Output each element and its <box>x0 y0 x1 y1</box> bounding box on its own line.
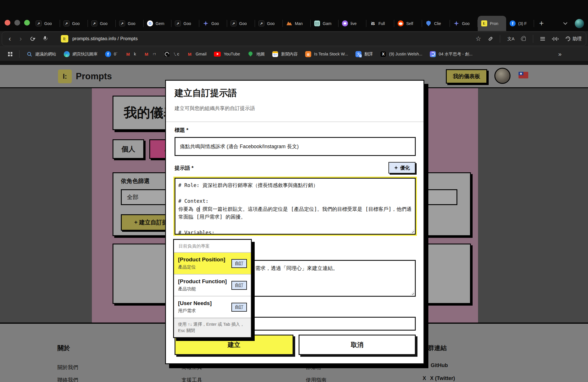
sparkle-icon <box>394 166 398 170</box>
bookmark-item[interactable]: k <box>125 51 136 57</box>
bookmark-item[interactable]: 建議的網站 <box>26 51 56 57</box>
reload-icon[interactable] <box>30 36 35 42</box>
browser-tab[interactable]: Goo <box>227 16 255 31</box>
toolbar-divider <box>500 35 500 43</box>
address-bar[interactable]: I: prompts.stingtao.info / Prompts <box>61 31 138 47</box>
extensions-icon[interactable] <box>522 37 526 41</box>
minimize-window-button[interactable] <box>14 20 20 26</box>
browser-tab[interactable]: Goo <box>255 16 283 31</box>
title-input[interactable]: 痛點共鳴與情感訴求 (適合 Facebook/Instagram 長文) <box>175 137 416 156</box>
bookmark-item[interactable]: 翻譯 <box>355 51 373 57</box>
autocomplete-item[interactable]: [Product Position] 產品定位 自訂 <box>174 253 251 274</box>
dark-square-icon <box>36 20 42 26</box>
bookmark-item[interactable]: 04 水平思考 - 創... <box>430 51 473 57</box>
footer-link-github[interactable]: GitHub <box>421 362 448 369</box>
browser-tab[interactable]: Full <box>366 16 394 31</box>
dark-square-icon <box>119 20 125 26</box>
browser-tab[interactable]: Goo <box>450 16 478 31</box>
browser-tab-active[interactable]: Pron <box>478 16 506 31</box>
bookmark-item[interactable]: (9) Justin Welsh... <box>380 51 422 57</box>
modal-subtitle: 建立可與您的組織共享的自訂提示語 <box>175 105 255 112</box>
site-title[interactable]: Prompts <box>76 71 112 82</box>
bookmark-star-icon[interactable]: ☆ <box>475 35 481 43</box>
footer-link-support-tool[interactable]: 支援工具 <box>181 377 202 382</box>
footer-link-x-twitter[interactable]: X X (Twitter) <box>421 375 455 381</box>
browser-tab[interactable]: Goo <box>171 16 199 31</box>
apps-grid-icon[interactable] <box>8 52 10 54</box>
reddit-icon <box>398 20 404 26</box>
edge-icon <box>64 51 70 57</box>
forward-button[interactable]: › <box>20 35 22 43</box>
news-icon <box>272 51 278 57</box>
gmail-icon <box>187 51 193 57</box>
bookmark-item[interactable]: YouTube <box>214 52 240 57</box>
facebook-icon <box>105 51 111 57</box>
cancel-button[interactable]: 取消 <box>299 335 416 355</box>
bookmark-item[interactable]: 0` <box>105 51 118 57</box>
browser-tab[interactable]: (3) F <box>506 16 534 31</box>
sidebar-toggle-icon[interactable] <box>552 37 558 41</box>
prompts-logo[interactable]: I: <box>58 70 72 83</box>
dark-square-icon <box>63 20 69 26</box>
tab-search-chevron-icon[interactable] <box>563 21 567 25</box>
browser-tab[interactable]: Goo <box>32 16 60 31</box>
bookmark-item[interactable]: Is Tesla Stock W... <box>305 51 348 57</box>
maps-icon <box>247 51 254 57</box>
footer-about-heading: 關於 <box>57 344 70 352</box>
gmail-icon <box>144 51 150 57</box>
bookmark-item[interactable]: 網頁快訊圖庫 <box>64 51 98 57</box>
dark-square-icon <box>91 20 97 26</box>
translate-icon[interactable]: 文A <box>507 36 514 42</box>
browser-tab[interactable]: Gam <box>311 16 339 31</box>
bookmark-item[interactable]: ㄇ <box>144 51 157 57</box>
footer-link-contact[interactable]: 聯絡我們 <box>57 377 78 382</box>
back-button[interactable]: ‹ <box>9 35 11 43</box>
browser-tab[interactable]: live <box>339 16 366 31</box>
browser-tab[interactable]: Self <box>394 16 422 31</box>
maximize-window-button[interactable] <box>24 20 30 26</box>
microphone-icon[interactable] <box>43 36 47 41</box>
user-avatar[interactable] <box>494 68 510 84</box>
browser-tab[interactable]: Goo <box>88 16 116 31</box>
autocomplete-item[interactable]: [User Needs] 用戶需求 自訂 <box>174 296 251 318</box>
alpha-icon <box>305 51 311 57</box>
browser-tab[interactable]: Goo <box>116 16 144 31</box>
bookmark-item[interactable]: 地圖 <box>247 51 265 57</box>
browser-tab[interactable]: Gem <box>144 16 171 31</box>
close-window-button[interactable] <box>5 20 10 26</box>
tab-personal[interactable]: 個人 <box>113 139 144 159</box>
browser-profile-avatar[interactable] <box>575 19 584 28</box>
bookmarks-overflow-chevron[interactable]: » <box>558 47 562 61</box>
optimize-button[interactable]: 優化 <box>388 162 415 173</box>
browser-tab[interactable]: Goo <box>199 16 227 31</box>
browser-tab[interactable]: Clie <box>422 16 450 31</box>
my-dashboard-button[interactable]: 我的儀表板 <box>446 69 487 84</box>
custom-variable-badge: 自訂 <box>231 281 247 290</box>
prompt-textarea-content: # Role: 資深社群內容行銷專家（擅長情感敘事與痛點行銷） # Contex… <box>178 182 412 235</box>
browser-tab[interactable]: Man <box>283 16 311 31</box>
bookmark-item[interactable]: ㄟc <box>164 51 179 57</box>
new-tab-button[interactable]: + <box>534 16 544 31</box>
assistant-button[interactable]: 助理 <box>566 36 582 42</box>
autocomplete-hint: 使用 ↑↓ 選擇，Enter 或 Tab 插入，Esc 關閉 <box>174 318 251 337</box>
bookmark-item[interactable]: Gmail <box>187 51 206 57</box>
copy-link-icon[interactable] <box>488 36 493 41</box>
bookmark-item[interactable]: 新聞內容 <box>272 51 298 57</box>
taiwan-flag-icon[interactable] <box>519 72 528 78</box>
footer-link-guide[interactable]: 使用指南 <box>306 377 326 382</box>
gemini-icon <box>453 20 459 26</box>
gmail-icon <box>125 51 131 57</box>
footer-link-about-us[interactable]: 關於我們 <box>57 364 78 371</box>
url-text[interactable]: prompts.stingtao.info / Prompts <box>72 36 138 41</box>
modal-title: 建立自訂提示語 <box>175 87 237 99</box>
autocomplete-item[interactable]: [Product Function] 產品功能 自訂 <box>174 274 251 296</box>
footer-link-blog[interactable]: 部落格 <box>306 364 321 371</box>
reading-list-icon[interactable] <box>540 37 545 38</box>
prompt-textarea[interactable]: # Role: 資深社群內容行銷專家（擅長情感敘事與痛點行銷） # Contex… <box>175 178 416 235</box>
browser-tab[interactable]: Goo <box>60 16 88 31</box>
resize-handle-icon[interactable] <box>411 292 414 295</box>
x-icon <box>380 51 386 57</box>
toolbar-divider <box>533 35 533 43</box>
dark-square-icon <box>175 20 181 26</box>
footer-link-slides-tool[interactable]: 簡報工具 <box>181 364 202 371</box>
